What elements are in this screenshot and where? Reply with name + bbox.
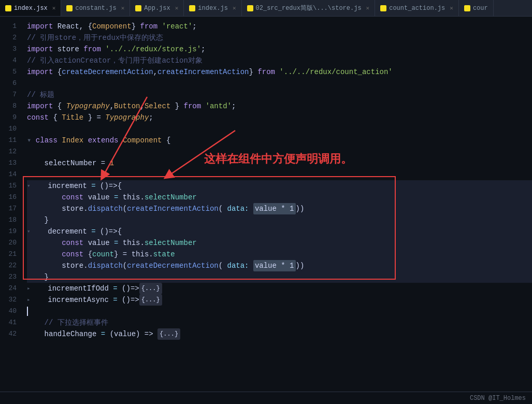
line-num: 3 bbox=[0, 44, 17, 55]
code-line-3: import store from '../../redux/store.js'… bbox=[27, 44, 532, 55]
line-num: 17 bbox=[0, 203, 17, 214]
tab-label: App.jsx bbox=[144, 5, 170, 12]
line-num: 8 bbox=[0, 100, 17, 112]
line-num: 42 bbox=[0, 328, 17, 340]
code-line-7: // 标题 bbox=[27, 89, 532, 100]
editor-area: 1 2 3 4 5 6 7 8 9 10 11 12 13 14 15 16 1… bbox=[0, 17, 532, 392]
code-line-4: // 引入actionCreator，专门用于创建action对象 bbox=[27, 55, 532, 66]
code-line-40 bbox=[27, 306, 532, 317]
js-icon bbox=[247, 5, 253, 11]
line-num: 13 bbox=[0, 157, 17, 169]
tab-app-jsx[interactable]: App.jsx ✕ bbox=[130, 0, 184, 16]
js-icon bbox=[464, 5, 470, 11]
code-line-20: const value = this.selectNumber bbox=[27, 237, 532, 249]
line-num: 4 bbox=[0, 55, 17, 66]
code-line-17: store.dispatch(createIncrementAction( da… bbox=[27, 203, 532, 214]
js-icon bbox=[189, 5, 195, 11]
close-icon[interactable]: ✕ bbox=[450, 5, 453, 11]
status-bar: CSDN @IT_Holmes bbox=[0, 392, 532, 404]
code-line-42: handleChange = (value) => {...} bbox=[27, 328, 532, 340]
line-num: 12 bbox=[0, 146, 17, 157]
line-numbers: 1 2 3 4 5 6 7 8 9 10 11 12 13 14 15 16 1… bbox=[0, 17, 23, 392]
code-line-23: } bbox=[27, 271, 532, 283]
tab-label: index.jsx bbox=[14, 5, 48, 12]
jsx-icon bbox=[5, 5, 11, 11]
tab-index-js[interactable]: index.js ✕ bbox=[184, 0, 241, 16]
line-num: 16 bbox=[0, 192, 17, 203]
close-icon[interactable]: ✕ bbox=[121, 5, 125, 11]
code-line-12 bbox=[27, 146, 532, 157]
code-line-1: import React, {Component} from 'react'; bbox=[27, 21, 532, 32]
code-line-18: } bbox=[27, 214, 532, 226]
tab-label: index.js bbox=[198, 5, 228, 12]
line-num: 32 bbox=[0, 294, 17, 306]
line-num: 5 bbox=[0, 66, 17, 78]
line-num: 18 bbox=[0, 214, 17, 226]
code-line-9: const { Title } = Typography; bbox=[27, 112, 532, 123]
tab-store-js[interactable]: 02_src_redux简版\...\store.js ✕ bbox=[242, 0, 376, 16]
tab-count-action-js[interactable]: count_action.js ✕ bbox=[375, 0, 459, 16]
line-num: 41 bbox=[0, 317, 17, 328]
tab-bar: index.jsx ✕ constant.js ✕ App.jsx ✕ inde… bbox=[0, 0, 532, 17]
line-num: 20 bbox=[0, 237, 17, 249]
line-num: 22 bbox=[0, 260, 17, 271]
code-line-6 bbox=[27, 78, 532, 89]
code-line-14 bbox=[27, 169, 532, 180]
code-line-11: ▾ class Index extends Component { bbox=[27, 135, 532, 146]
code-line-24: ▸ incrementIfOdd = ()=>{...} bbox=[27, 283, 532, 294]
line-num: 2 bbox=[0, 32, 17, 44]
close-icon[interactable]: ✕ bbox=[233, 5, 236, 11]
line-num: 23 bbox=[0, 271, 17, 283]
line-num: 19 bbox=[0, 226, 17, 237]
code-line-22: store.dispatch(createDecrementAction( da… bbox=[27, 260, 532, 271]
code-line-19: ▾ decrement = ()=>{ bbox=[27, 226, 532, 237]
code-line-16: const value = this.selectNumber bbox=[27, 192, 532, 203]
line-num: 15 bbox=[0, 180, 17, 192]
code-line-15: ▾ increment = ()=>{ bbox=[27, 180, 532, 192]
code-line-8: import { Typography,Button,Select } from… bbox=[27, 100, 532, 112]
line-num: 6 bbox=[0, 78, 17, 89]
js-icon bbox=[380, 5, 386, 11]
tab-more[interactable]: cour bbox=[459, 0, 494, 16]
line-num: 7 bbox=[0, 89, 17, 100]
tab-label: 02_src_redux简版\...\store.js bbox=[256, 4, 362, 12]
code-line-2: // 引用store，用于redux中保存的状态 bbox=[27, 32, 532, 44]
code-line-21: const {count} = this.state bbox=[27, 249, 532, 260]
close-icon[interactable]: ✕ bbox=[366, 5, 370, 11]
close-icon[interactable]: ✕ bbox=[175, 5, 179, 11]
tab-label: count_action.js bbox=[389, 5, 445, 12]
line-num: 40 bbox=[0, 306, 17, 317]
line-num: 21 bbox=[0, 249, 17, 260]
jsx-icon bbox=[135, 5, 141, 11]
code-area[interactable]: import React, {Component} from 'react'; … bbox=[23, 17, 532, 392]
tab-index-jsx[interactable]: index.jsx ✕ bbox=[0, 0, 61, 16]
line-num: 24 bbox=[0, 283, 17, 294]
close-icon[interactable]: ✕ bbox=[52, 5, 56, 11]
code-line-41: // 下拉选择框事件 bbox=[27, 317, 532, 328]
tab-label: constant.js bbox=[75, 5, 116, 12]
code-line-32: ▸ incrementAsync = ()=>{...} bbox=[27, 294, 532, 306]
code-line-10 bbox=[27, 123, 532, 135]
line-num: 10 bbox=[0, 123, 17, 135]
line-num: 1 bbox=[0, 21, 17, 32]
tab-constant-js[interactable]: constant.js ✕ bbox=[61, 0, 130, 16]
line-num: 11 bbox=[0, 135, 17, 146]
js-icon bbox=[66, 5, 73, 11]
line-num: 9 bbox=[0, 112, 17, 123]
line-num: 14 bbox=[0, 169, 17, 180]
status-bar-text: CSDN @IT_Holmes bbox=[470, 395, 526, 402]
code-line-13: selectNumber = 1 bbox=[27, 157, 532, 169]
tab-label: cour bbox=[473, 5, 488, 12]
code-line-5: import {createDecrementAction,createIncr… bbox=[27, 66, 532, 78]
